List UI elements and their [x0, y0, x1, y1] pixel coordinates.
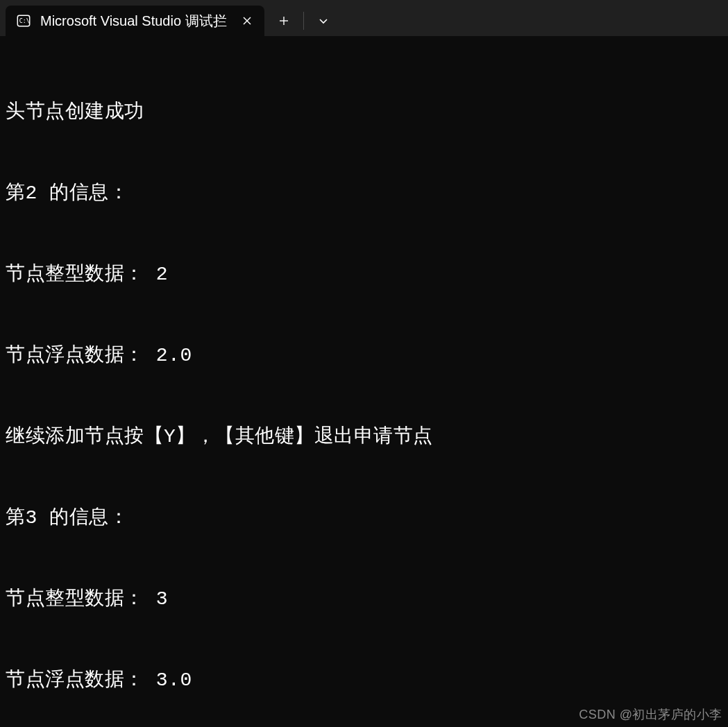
- console-line: 第3 的信息：: [6, 504, 722, 531]
- console-line: 节点整型数据： 2: [6, 261, 722, 288]
- console-line: 节点整型数据： 3: [6, 585, 722, 613]
- active-tab[interactable]: C:\ Microsoft Visual Studio 调试拦: [6, 6, 264, 36]
- console-line: 第2 的信息：: [6, 180, 722, 207]
- close-tab-button[interactable]: [235, 9, 259, 33]
- console-line: 继续添加节点按【Y】，【其他键】退出申请节点: [6, 423, 722, 450]
- tab-dropdown-button[interactable]: [304, 6, 343, 36]
- title-bar: C:\ Microsoft Visual Studio 调试拦: [0, 0, 728, 36]
- console-line: 头节点创建成功: [6, 99, 722, 126]
- console-line: 节点浮点数据： 2.0: [6, 342, 722, 369]
- terminal-icon: C:\: [15, 12, 32, 29]
- svg-text:C:\: C:\: [19, 17, 30, 24]
- console-output[interactable]: 头节点创建成功 第2 的信息： 节点整型数据： 2 节点浮点数据： 2.0 继续…: [0, 36, 728, 727]
- new-tab-button[interactable]: [264, 6, 303, 36]
- watermark: CSDN @初出茅庐的小李: [579, 706, 722, 723]
- console-line: 节点浮点数据： 3.0: [6, 667, 722, 694]
- tab-title: Microsoft Visual Studio 调试拦: [40, 12, 227, 31]
